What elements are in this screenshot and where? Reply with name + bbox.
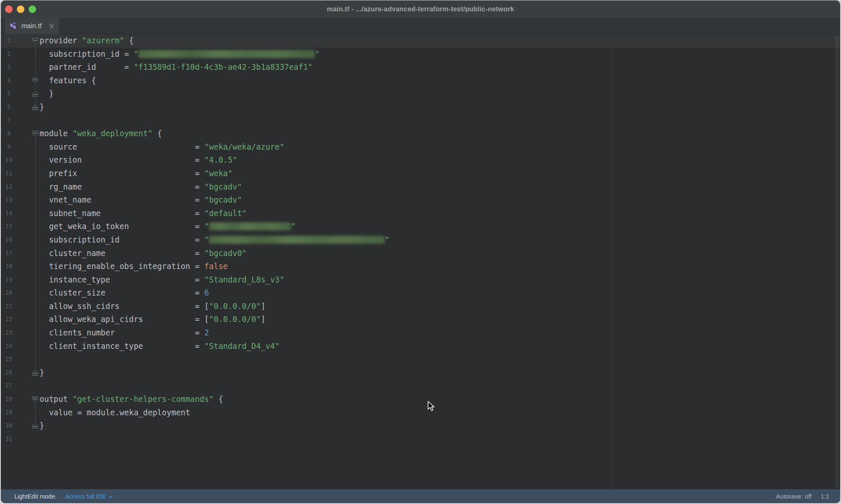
fold-region-end-icon[interactable] <box>32 370 38 376</box>
code-line[interactable]: 30} <box>1 419 840 433</box>
code-line[interactable]: 11 prefix = "weka" <box>1 167 840 180</box>
code-editor[interactable]: 1provider "azurerm" {2 subscription_id =… <box>1 34 840 489</box>
code-text: } <box>40 419 44 433</box>
code-line[interactable]: 26} <box>1 366 840 380</box>
editor-scrollbar[interactable] <box>836 36 839 488</box>
code-line[interactable]: 9 source = "weka/weka/azure" <box>1 140 840 154</box>
code-line[interactable]: 6} <box>1 100 840 114</box>
code-line[interactable]: 31 <box>1 433 840 446</box>
line-number: 1 <box>1 34 17 47</box>
line-number: 12 <box>1 180 17 194</box>
autosave-status[interactable]: Autosave: off <box>776 493 811 500</box>
line-number: 25 <box>1 353 17 366</box>
code-text: allow_weka_api_cidrs = ["0.0.0.0/0"] <box>40 313 265 326</box>
code-line[interactable]: 27 <box>1 379 840 393</box>
code-line[interactable]: 21 allow_ssh_cidrs = ["0.0.0.0/0"] <box>1 300 840 313</box>
line-number: 10 <box>1 153 17 167</box>
caret-position-widget[interactable]: 1:1 <box>821 493 829 500</box>
code-line[interactable]: 25 <box>1 353 840 366</box>
tab-close-icon[interactable]: × <box>49 23 55 30</box>
code-line[interactable]: 3 partner_id = "f13589d1-f10d-4c3b-ae42-… <box>1 61 840 74</box>
code-line[interactable]: 2 subscription_id = "" <box>1 47 840 61</box>
code-text: allow_ssh_cidrs = ["0.0.0.0/0"] <box>40 300 265 313</box>
fold-region-end-icon[interactable] <box>32 104 38 110</box>
line-number: 24 <box>1 340 17 353</box>
window-title: main.tf - .../azure-advanced-terraform-t… <box>1 0 840 18</box>
lightedit-mode-label: LightEdit mode. <box>14 493 57 500</box>
titlebar: main.tf - .../azure-advanced-terraform-t… <box>1 0 840 18</box>
code-line[interactable]: 19 instance_type = "Standard_L8s_v3" <box>1 273 840 287</box>
fold-region-start-icon[interactable] <box>32 396 38 402</box>
line-number: 7 <box>1 114 17 127</box>
mouse-cursor <box>426 401 437 412</box>
code-text: source = "weka/weka/azure" <box>40 140 284 154</box>
code-text: provider "azurerm" { <box>40 34 134 47</box>
line-number: 21 <box>1 300 17 313</box>
fold-connector <box>35 97 36 104</box>
line-number: 16 <box>1 233 17 247</box>
line-number: 4 <box>1 74 17 87</box>
code-line[interactable]: 28output "get-cluster-helpers-commands" … <box>1 393 840 406</box>
code-line[interactable]: 17 cluster_name = "bgcadv0" <box>1 247 840 260</box>
line-number: 13 <box>1 193 17 207</box>
code-text: partner_id = "f13589d1-f10d-4c3b-ae42-3b… <box>40 61 312 74</box>
code-line[interactable]: 4 features { <box>1 74 840 87</box>
code-line[interactable]: 5 } <box>1 87 840 100</box>
fold-region-start-icon[interactable] <box>32 131 38 137</box>
line-number: 27 <box>1 379 17 393</box>
fold-region-end-icon[interactable] <box>32 423 38 429</box>
line-number: 9 <box>1 140 17 154</box>
code-text: } <box>40 100 44 114</box>
line-number: 26 <box>1 366 17 380</box>
line-number: 5 <box>1 87 17 100</box>
code-line[interactable]: 22 allow_weka_api_cidrs = ["0.0.0.0/0"] <box>1 313 840 326</box>
line-number: 31 <box>1 433 17 446</box>
line-number: 17 <box>1 247 17 260</box>
code-area: 1provider "azurerm" {2 subscription_id =… <box>1 34 840 446</box>
code-text: version = "4.0.5" <box>40 153 237 167</box>
code-line[interactable]: 24 client_instance_type = "Standard_D4_v… <box>1 340 840 353</box>
terraform-icon <box>9 22 18 30</box>
code-line[interactable]: 16 subscription_id = "" <box>1 233 840 247</box>
code-line[interactable]: 13 vnet_name = "bgcadv" <box>1 193 840 207</box>
code-line[interactable]: 1provider "azurerm" { <box>1 34 840 47</box>
code-line[interactable]: 20 cluster_size = 6 <box>1 286 840 300</box>
code-line[interactable]: 10 version = "4.0.5" <box>1 153 840 167</box>
line-number: 23 <box>1 326 17 340</box>
code-text: instance_type = "Standard_L8s_v3" <box>40 273 284 287</box>
tab-bar: main.tf × <box>1 18 840 34</box>
fold-region-start-icon[interactable] <box>32 78 38 84</box>
access-full-ide-label: Access full IDE <box>65 493 106 500</box>
fold-region-start-icon[interactable] <box>32 38 38 44</box>
code-text: tiering_enable_obs_integration = false <box>40 260 228 273</box>
code-text: value = module.weka_deployment <box>40 406 190 420</box>
fold-region-end-icon[interactable] <box>32 91 38 97</box>
tab-main-tf[interactable]: main.tf × <box>5 18 59 34</box>
line-number: 19 <box>1 273 17 287</box>
line-number: 15 <box>1 220 17 233</box>
code-line[interactable]: 23 clients_number = 2 <box>1 326 840 340</box>
code-text: subscription_id = "" <box>40 233 389 247</box>
code-text: features { <box>40 74 96 87</box>
redacted-secret <box>209 222 291 230</box>
code-line[interactable]: 7 <box>1 114 840 127</box>
code-text: cluster_name = "bgcadv0" <box>40 247 247 260</box>
code-text: subscription_id = "" <box>40 47 320 61</box>
line-number: 18 <box>1 260 17 273</box>
fold-connector <box>35 84 36 91</box>
code-line[interactable]: 8module "weka_deployment" { <box>1 127 840 140</box>
code-text: module "weka_deployment" { <box>40 127 162 140</box>
code-text: subnet_name = "default" <box>40 207 247 220</box>
code-line[interactable]: 29 value = module.weka_deployment <box>1 406 840 420</box>
code-line[interactable]: 14 subnet_name = "default" <box>1 207 840 220</box>
redacted-secret <box>138 50 315 58</box>
code-text: } <box>40 366 44 380</box>
tab-label: main.tf <box>21 22 42 30</box>
line-number: 29 <box>1 406 17 420</box>
chevron-down-icon <box>108 495 113 499</box>
code-line[interactable]: 12 rg_name = "bgcadv" <box>1 180 840 194</box>
code-line[interactable]: 18 tiering_enable_obs_integration = fals… <box>1 260 840 273</box>
line-number: 20 <box>1 286 17 300</box>
access-full-ide-link[interactable]: Access full IDE <box>65 493 113 500</box>
code-line[interactable]: 15 get_weka_io_token = "" <box>1 220 840 233</box>
